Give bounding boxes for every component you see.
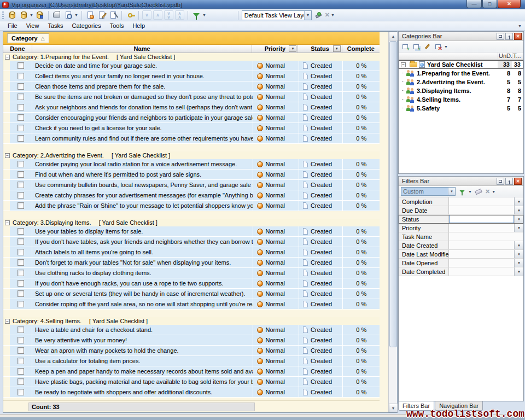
filter-dropdown-button[interactable]: ▼ (514, 250, 523, 258)
task-priority-cell[interactable]: Normal (253, 180, 299, 190)
filter-button[interactable] (191, 10, 201, 20)
tree-column-undone[interactable]: UnD... (498, 52, 512, 59)
task-priority-cell[interactable]: Normal (253, 159, 299, 169)
tree-column-total[interactable]: T... (512, 52, 523, 59)
task-name[interactable]: Ask your neighbors and friends for donat… (32, 102, 253, 112)
task-priority-cell[interactable]: Normal (253, 226, 299, 236)
task-checkbox[interactable] (18, 378, 24, 385)
task-name[interactable]: Have a table and chair for a checkout st… (32, 325, 253, 335)
filter-value-field[interactable] (449, 206, 514, 214)
task-name[interactable]: If you don't have enough racks, you can … (32, 278, 253, 288)
panel-close-button[interactable]: ✕ (514, 178, 522, 185)
task-name[interactable]: Check if you need to get a license for y… (32, 123, 253, 133)
task-status-cell[interactable]: Created (299, 81, 343, 91)
task-priority-cell[interactable]: Normal (253, 92, 299, 102)
task-status-cell[interactable]: Created (299, 71, 343, 81)
task-checkbox[interactable] (18, 389, 24, 395)
task-name[interactable]: Be ready to negotiate with shoppers and … (32, 387, 253, 397)
open-database-dropdown[interactable]: ▼ (30, 13, 33, 17)
task-name[interactable]: Attach labels to all items you're going … (32, 247, 253, 257)
column-header-priority[interactable]: Priority▼ (252, 45, 298, 52)
panel-close-button[interactable]: ✕ (514, 33, 522, 40)
delete-category-button[interactable]: ✕ (434, 43, 442, 51)
task-checkbox[interactable] (18, 368, 24, 375)
tree-category-item[interactable]: 4.Selling Items.77 (399, 95, 523, 104)
task-checkbox[interactable] (18, 62, 24, 69)
task-status-cell[interactable]: Created (299, 299, 343, 309)
print-preview-button[interactable] (63, 10, 73, 20)
task-name[interactable]: If you don't have tables, ask your frien… (32, 237, 253, 247)
panel-pin-button[interactable] (505, 33, 513, 40)
task-checkbox[interactable] (18, 135, 24, 142)
filter-dropdown-button[interactable]: ▼ (514, 197, 523, 206)
collapse-icon[interactable]: − (5, 153, 10, 158)
remove-filter-button[interactable]: ✕ (485, 188, 490, 195)
task-status-cell[interactable]: Created (299, 268, 343, 278)
apply-filter-dropdown[interactable]: ▼ (468, 190, 472, 194)
task-checkbox[interactable] (18, 337, 24, 343)
tree-category-item[interactable]: 3.Displaying Items.88 (399, 86, 523, 95)
panel-restore-button[interactable] (497, 178, 504, 185)
task-priority-cell[interactable]: Normal (253, 61, 299, 71)
filter-value-field[interactable] (449, 241, 514, 249)
column-header-complete[interactable]: Complete (342, 45, 380, 52)
task-status-cell[interactable]: Created (299, 247, 343, 257)
filter-row-completion[interactable]: Completion▼ (399, 197, 523, 206)
task-priority-cell[interactable]: Normal (253, 190, 299, 200)
filter-value-field[interactable] (449, 197, 514, 206)
task-priority-cell[interactable]: Normal (253, 123, 299, 133)
group-header-row[interactable]: −Category: 3.Displaying Items.[ Yard Sal… (3, 219, 380, 226)
task-status-cell[interactable]: Created (299, 356, 343, 366)
task-checkbox[interactable] (18, 270, 24, 276)
menu-tasks[interactable]: Tasks (43, 22, 67, 30)
filters-toolbar-dropdown[interactable]: ▼ (492, 190, 495, 194)
menu-tools[interactable]: Tools (106, 22, 129, 30)
group-header-row[interactable]: −Category: 4.Selling Items.[ Yard Sale C… (3, 317, 380, 325)
delete-task-button[interactable] (108, 10, 118, 20)
filter-row-due-date[interactable]: Due Date▼ (399, 206, 523, 215)
task-checkbox[interactable] (18, 259, 24, 266)
task-priority-cell[interactable]: Normal (253, 237, 299, 247)
filter-row-priority[interactable]: Priority▼ (399, 224, 523, 232)
task-priority-cell[interactable]: Normal (253, 102, 299, 112)
task-status-cell[interactable]: Created (299, 92, 343, 102)
task-status-cell[interactable]: Created (299, 133, 343, 143)
edit-category-button[interactable] (423, 43, 431, 51)
task-view-layout-combo[interactable]: Default Task View Layout ▼ (242, 10, 312, 20)
task-priority-cell[interactable]: Normal (253, 335, 299, 345)
collapse-icon[interactable]: − (5, 55, 10, 60)
task-status-cell[interactable]: Created (299, 335, 343, 345)
collapse-icon[interactable]: − (5, 319, 10, 324)
group-by-category-chip[interactable]: Category △ (7, 33, 49, 43)
panel-pin-button[interactable] (505, 178, 513, 185)
column-header-done[interactable]: Done (3, 45, 32, 52)
layout-options-dropdown[interactable]: ▼ (331, 13, 335, 17)
task-checkbox[interactable] (18, 358, 24, 364)
menu-categories[interactable]: Categories (68, 22, 106, 30)
new-category-button[interactable]: + (412, 43, 421, 51)
collapse-icon[interactable]: − (5, 220, 10, 225)
task-priority-cell[interactable]: Normal (253, 247, 299, 257)
customize-layout-button[interactable] (313, 10, 323, 20)
task-checkbox[interactable] (18, 301, 24, 307)
task-status-cell[interactable]: Created (299, 237, 343, 247)
move-bottom-button[interactable]: ∨∨ (164, 10, 173, 20)
task-status-cell[interactable]: Created (299, 366, 343, 376)
task-checkbox[interactable] (18, 228, 24, 235)
task-priority-cell[interactable]: Normal (253, 346, 299, 355)
filter-preset-dropdown[interactable]: ▼ (448, 188, 455, 195)
task-status-cell[interactable]: Created (299, 180, 343, 190)
task-priority-cell[interactable]: Normal (253, 201, 299, 211)
task-checkbox[interactable] (18, 182, 24, 188)
task-name[interactable]: Clean those items and prepare them for t… (32, 81, 253, 91)
task-name[interactable]: Consider roping off the yard sale area, … (32, 299, 253, 309)
task-checkbox[interactable] (18, 104, 24, 110)
task-name[interactable]: Set up one or several tents (they will b… (32, 289, 253, 299)
task-status-cell[interactable]: Created (299, 102, 343, 112)
filter-value-field[interactable] (449, 232, 523, 241)
filter-row-task-name[interactable]: Task Name (399, 232, 523, 241)
menu-view[interactable]: View (22, 22, 44, 30)
task-priority-cell[interactable]: Normal (253, 278, 299, 288)
status-filter-dropdown[interactable]: ▼ (333, 45, 341, 52)
group-header-row[interactable]: −Category: 2.Advertizing the Event.[ Yar… (3, 151, 380, 159)
